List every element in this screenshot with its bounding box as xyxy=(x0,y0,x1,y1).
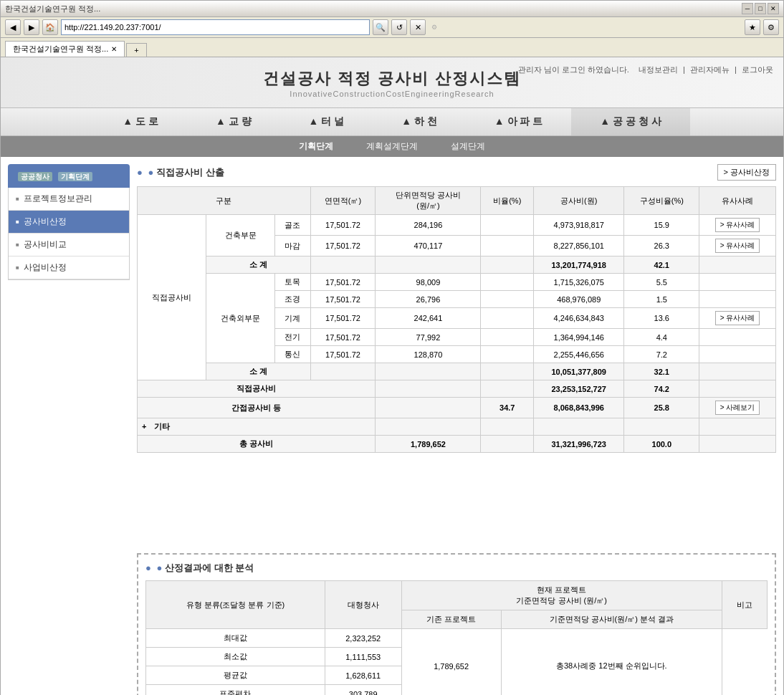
cell-ex-3 xyxy=(699,274,776,291)
indirect-cost-unit xyxy=(376,398,481,418)
cell-unit-3: 98,009 xyxy=(376,274,481,291)
cell-area-6: 17,501.72 xyxy=(310,329,376,346)
analysis-col-current: 현재 프로젝트 기준면적당 공사비 (원/㎡) xyxy=(401,581,722,610)
cell-comp-1: 15.9 xyxy=(624,215,699,236)
table-row-indirect: 간접공사비 등 34.7 8,068,843,996 25.8 > 사례보기 xyxy=(138,398,776,418)
nav-apartment[interactable]: ▲ 아 파 트 xyxy=(466,108,572,135)
maximize-button[interactable]: □ xyxy=(755,3,766,14)
example-button-indirect[interactable]: > 사례보기 xyxy=(715,401,760,415)
grand-total-label: 총 공사비 xyxy=(138,436,376,453)
cell-comp-6: 4.4 xyxy=(624,329,699,346)
subtotal-2-unit xyxy=(376,363,481,380)
subnav-planning[interactable]: 기획단계 xyxy=(293,139,339,154)
cell-area-7: 17,501.72 xyxy=(310,346,376,363)
cost-estimate-button[interactable]: > 공사비산정 xyxy=(717,164,776,181)
new-tab-label: + xyxy=(134,46,138,54)
favorites-button[interactable]: ★ xyxy=(745,19,760,35)
search-button[interactable]: 🔍 xyxy=(373,19,388,35)
title-bar: 한국건설기술연구원 적정... ─ □ ✕ xyxy=(1,1,783,17)
cell-ex-6 xyxy=(699,329,776,346)
sidebar-item-project-info[interactable]: 프로젝트정보관리 xyxy=(9,188,129,211)
cell-area-4: 17,501.72 xyxy=(310,291,376,308)
main-navigation: ▲ 도 로 ▲ 교 량 ▲ 터 널 ▲ 하 천 ▲ 아 파 트 ▲ 공 공 청 … xyxy=(1,107,783,136)
page-content: 건설공사 적정 공사비 산정시스템 InnovativeConstruction… xyxy=(1,57,783,695)
indirect-cost-comp: 25.8 xyxy=(624,398,699,418)
col-header-unit-cost: 단위면적당 공사비(원/㎡) xyxy=(376,187,481,215)
cell-area-3: 17,501.72 xyxy=(310,274,376,291)
nav-public-building[interactable]: ▲ 공 공 청 사 xyxy=(571,108,689,135)
login-status: 님이 로그인 하였습니다. xyxy=(544,65,629,74)
sidebar-item-cost-compare[interactable]: 공사비비교 xyxy=(9,234,129,257)
nav-road[interactable]: ▲ 도 로 xyxy=(94,108,187,135)
cell-ex-5: > 유사사례 xyxy=(699,308,776,329)
user-info: 관리자 님이 로그인 하였습니다. 내정보관리 | 관리자메뉴 | 로그아웃 xyxy=(518,64,776,75)
direct-cost-amount: 23,253,152,727 xyxy=(534,380,624,398)
analysis-max-value: 2,323,252 xyxy=(325,629,401,648)
forward-button[interactable]: ▶ xyxy=(24,19,39,35)
cell-comp-4: 1.5 xyxy=(624,291,699,308)
cell-mechanical: 기계 xyxy=(275,308,310,329)
address-input[interactable] xyxy=(61,19,370,35)
col-header-comp-ratio: 구성비율(%) xyxy=(624,187,699,215)
cell-ratio-4 xyxy=(481,291,534,308)
tab-close-icon[interactable]: ✕ xyxy=(111,45,117,53)
cost-table: 구분 연면적(㎡) 단위면적당 공사비(원/㎡) 비율(%) 공사비(원) 구성… xyxy=(137,186,776,453)
grand-total-ratio xyxy=(481,436,534,453)
analysis-min-value: 1,111,553 xyxy=(325,648,401,666)
example-button-1[interactable]: > 유사사례 xyxy=(715,218,760,232)
cell-architecture-label: 건축부문 xyxy=(206,215,275,257)
direct-cost-ratio xyxy=(481,380,534,398)
myinfo-link[interactable]: 내정보관리 xyxy=(639,65,678,74)
subtotal-2-label: 소 계 xyxy=(206,363,311,380)
cell-ratio-6 xyxy=(481,329,534,346)
analysis-col-note: 비고 xyxy=(722,581,767,629)
window-title: 한국건설기술연구원 적정... xyxy=(5,4,100,14)
example-button-2[interactable]: > 유사사례 xyxy=(715,239,760,253)
direct-cost-ex xyxy=(699,380,776,398)
settings-button[interactable]: ⚙ xyxy=(763,19,779,35)
minimize-button[interactable]: ─ xyxy=(742,3,753,14)
site-header: 건설공사 적정 공사비 산정시스템 InnovativeConstruction… xyxy=(1,57,783,107)
nav-river[interactable]: ▲ 하 천 xyxy=(373,108,466,135)
subnav-plan-design[interactable]: 계획설계단계 xyxy=(360,139,424,154)
analysis-table: 유형 분류(조달청 분류 기준) 대형청사 현재 프로젝트 기준면적당 공사비 … xyxy=(145,580,768,695)
cell-ratio-1 xyxy=(481,215,534,236)
cell-landscape: 조경 xyxy=(275,291,310,308)
analysis-max-label: 최대값 xyxy=(146,629,325,648)
example-button-5[interactable]: > 유사사례 xyxy=(715,311,760,325)
grand-total-unit: 1,789,652 xyxy=(376,436,481,453)
cell-comp-2: 26.3 xyxy=(624,236,699,257)
content-wrapper: 공공청사 기획단계 프로젝트정보관리 공사비산정 공사비비교 사업비산정 ● 직… xyxy=(1,157,783,695)
other-amount xyxy=(534,418,624,436)
cell-unit-6: 77,992 xyxy=(376,329,481,346)
sidebar-item-project-cost[interactable]: 사업비산정 xyxy=(9,257,129,279)
tab-new[interactable]: + xyxy=(126,43,146,57)
back-button[interactable]: ◀ xyxy=(5,19,21,35)
nav-tunnel[interactable]: ▲ 터 널 xyxy=(280,108,373,135)
subnav-design[interactable]: 설계단계 xyxy=(445,139,491,154)
cell-ex-2: > 유사사례 xyxy=(699,236,776,257)
subtotal-1-cost: 13,201,774,918 xyxy=(534,257,624,274)
nav-bridge[interactable]: ▲ 교 량 xyxy=(187,108,280,135)
analysis-std-value: 303,789 xyxy=(325,685,401,696)
refresh-button[interactable]: ↺ xyxy=(391,19,407,35)
home-button[interactable]: 🏠 xyxy=(42,19,58,35)
sidebar-item-cost-estimate[interactable]: 공사비산정 xyxy=(9,211,129,234)
direct-cost-unit xyxy=(376,380,481,398)
col-header-category: 구분 xyxy=(138,187,311,215)
subtotal-1-label: 소 계 xyxy=(206,257,311,274)
cell-structure: 골조 xyxy=(275,215,310,236)
subtotal-2-area xyxy=(310,363,376,380)
subtotal-1-comp: 42.1 xyxy=(624,257,699,274)
logout-link[interactable]: 로그아웃 xyxy=(742,65,773,74)
cell-ratio-2 xyxy=(481,236,534,257)
cell-civil: 토목 xyxy=(275,274,310,291)
address-bar: ◀ ▶ 🏠 🔍 ↺ ✕ ⚙ ★ ⚙ xyxy=(1,17,783,38)
grand-total-amount: 31,321,996,723 xyxy=(534,436,624,453)
admin-link[interactable]: 관리자메뉴 xyxy=(690,65,730,74)
sidebar-stage: 기획단계 xyxy=(58,172,92,181)
cell-unit-1: 284,196 xyxy=(376,215,481,236)
stop-button[interactable]: ✕ xyxy=(410,19,426,35)
close-button[interactable]: ✕ xyxy=(768,3,779,14)
tab-active[interactable]: 한국건설기술연구원 적정... ✕ xyxy=(5,41,125,57)
